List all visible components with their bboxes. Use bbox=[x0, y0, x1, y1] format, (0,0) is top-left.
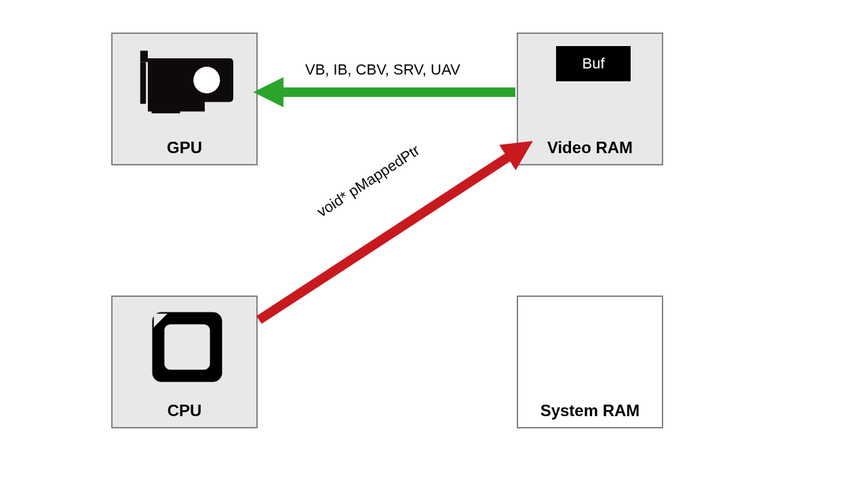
svg-rect-1 bbox=[140, 62, 146, 104]
cpu-box: CPU bbox=[111, 296, 258, 428]
gpu-label: GPU bbox=[113, 138, 256, 157]
video-ram-box: Buf Video RAM bbox=[517, 33, 663, 165]
svg-rect-2 bbox=[152, 104, 180, 113]
buf-chip: Buf bbox=[556, 46, 631, 81]
cpu-icon bbox=[149, 309, 225, 385]
gpu-box: GPU bbox=[111, 33, 258, 165]
svg-rect-5 bbox=[164, 324, 210, 369]
svg-point-3 bbox=[193, 67, 220, 94]
system-ram-box: System RAM bbox=[517, 296, 663, 428]
cpu-label: CPU bbox=[113, 401, 256, 420]
green-arrow-label: VB, IB, CBV, SRV, UAV bbox=[305, 61, 460, 79]
system-ram-label: System RAM bbox=[518, 401, 662, 420]
svg-rect-0 bbox=[140, 51, 148, 62]
red-arrow-label: void* pMappedPtr bbox=[314, 142, 423, 221]
gpu-icon bbox=[138, 49, 233, 115]
buf-label: Buf bbox=[582, 55, 604, 73]
video-ram-label: Video RAM bbox=[518, 138, 662, 157]
